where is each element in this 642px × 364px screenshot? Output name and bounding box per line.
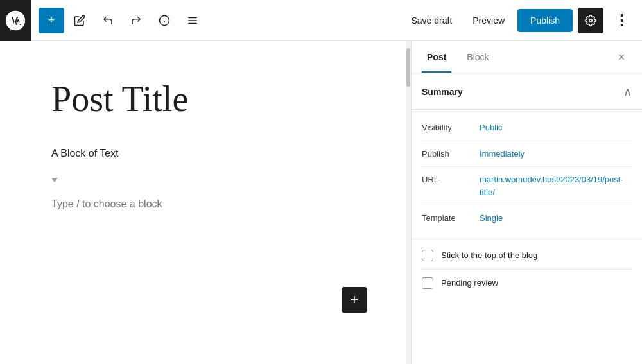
summary-rows: Visibility Public Publish Immediately UR… (412, 110, 642, 236)
add-block-toolbar-button[interactable]: + (39, 8, 64, 33)
url-row: URL martin.wpmudev.host/2023/03/19/post-… (422, 167, 632, 205)
template-label: Template (422, 212, 480, 223)
settings-button[interactable] (578, 8, 603, 33)
template-value[interactable]: Single (480, 212, 632, 225)
url-label: URL (422, 173, 480, 184)
sticky-checkbox[interactable] (422, 250, 433, 261)
add-block-floating-button[interactable]: + (342, 287, 367, 313)
edit-tool-button[interactable] (67, 8, 92, 33)
block-placeholder[interactable]: Type / to choose a block (51, 198, 354, 210)
publish-row: Publish Immediately (422, 141, 632, 168)
sidebar-content: Summary ∧ Visibility Public Publish Imme… (412, 74, 642, 364)
summary-header-label: Summary (422, 87, 463, 97)
sidebar: Post Block × Summary ∧ Visibility Public… (411, 41, 642, 364)
visibility-label: Visibility (422, 121, 480, 132)
publish-value[interactable]: Immediately (480, 148, 632, 160)
pending-review-checkbox[interactable] (422, 277, 433, 289)
sticky-checkbox-item: Stick to the top of the blog (412, 242, 642, 269)
block-text[interactable]: A Block of Text (51, 145, 354, 162)
main-area: Post Title A Block of Text Type / to cho… (0, 41, 642, 364)
info-button[interactable] (152, 8, 177, 33)
template-row: Template Single (422, 205, 632, 231)
sidebar-tabs: Post Block × (412, 41, 642, 74)
editor-scrollbar[interactable] (406, 41, 411, 364)
pencil-icon (74, 15, 85, 26)
publish-label: Publish (422, 148, 480, 159)
cursor-indicator (51, 174, 354, 186)
more-options-button[interactable]: ⋮ (609, 8, 634, 33)
toolbar-right: Save draft Preview Publish ⋮ (403, 8, 634, 33)
cursor-arrow-icon (51, 178, 58, 182)
undo-button[interactable] (95, 8, 121, 33)
tab-post[interactable]: Post (422, 43, 451, 73)
save-draft-button[interactable]: Save draft (403, 10, 460, 31)
sidebar-close-button[interactable]: × (611, 48, 632, 68)
info-icon (159, 15, 170, 26)
gear-icon (585, 15, 596, 26)
scrollbar-thumb[interactable] (406, 48, 410, 87)
visibility-value[interactable]: Public (480, 121, 632, 134)
summary-header[interactable]: Summary ∧ (412, 74, 642, 110)
redo-icon (130, 15, 142, 26)
pending-review-label: Pending review (441, 278, 498, 288)
editor-area[interactable]: Post Title A Block of Text Type / to cho… (0, 41, 406, 364)
undo-icon (102, 15, 114, 26)
svg-point-7 (589, 19, 593, 22)
preview-button[interactable]: Preview (465, 10, 512, 31)
publish-button[interactable]: Publish (517, 9, 573, 32)
divider (412, 239, 642, 239)
toolbar: + Save draft (0, 0, 642, 41)
pending-review-checkbox-item: Pending review (412, 270, 642, 297)
list-view-button[interactable] (180, 8, 205, 33)
url-value[interactable]: martin.wpmudev.host/2023/03/19/post-titl… (480, 173, 632, 198)
wordpress-icon (4, 9, 27, 32)
wp-logo (0, 0, 31, 41)
redo-button[interactable] (123, 8, 149, 33)
post-title[interactable]: Post Title (51, 80, 354, 119)
list-view-icon (187, 15, 198, 26)
sticky-checkbox-label: Stick to the top of the blog (441, 250, 537, 260)
chevron-up-icon: ∧ (623, 85, 632, 99)
visibility-row: Visibility Public (422, 115, 632, 141)
tab-block[interactable]: Block (462, 43, 494, 73)
